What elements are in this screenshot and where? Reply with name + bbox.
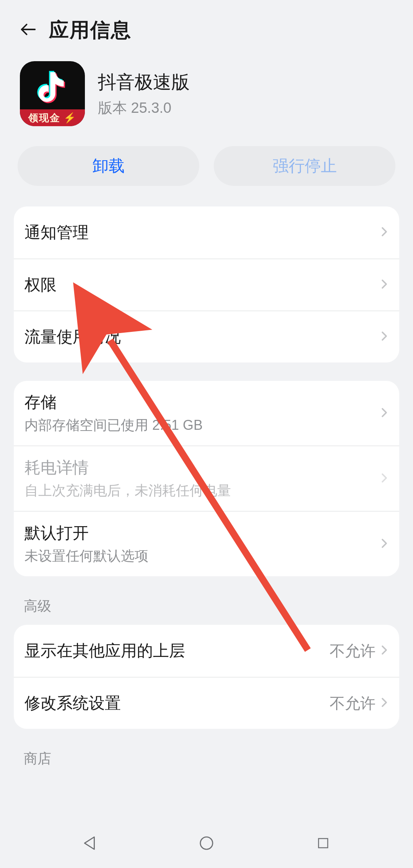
app-name: 抖音极速版 <box>98 70 190 94</box>
row-permissions[interactable]: 权限 <box>14 258 399 310</box>
row-value: 不允许 <box>330 693 376 714</box>
row-subtitle: 未设置任何默认选项 <box>24 547 379 566</box>
row-title: 默认打开 <box>24 522 379 544</box>
row-open-default[interactable]: 默认打开 未设置任何默认选项 <box>14 511 399 576</box>
row-data-usage[interactable]: 流量使用情况 <box>14 310 399 362</box>
chevron-right-icon <box>379 226 390 239</box>
row-title: 存储 <box>24 392 379 413</box>
row-modify-settings[interactable]: 修改系统设置 不允许 <box>14 677 399 729</box>
app-icon: 领现金 ⚡ <box>20 61 85 126</box>
page-title: 应用信息 <box>49 17 132 44</box>
row-title: 耗电详情 <box>24 457 379 478</box>
row-notifications[interactable]: 通知管理 <box>14 206 399 258</box>
row-title: 流量使用情况 <box>24 326 379 348</box>
chevron-right-icon <box>379 644 390 657</box>
nav-home-button[interactable] <box>180 828 233 858</box>
force-stop-button[interactable]: 强行停止 <box>214 146 395 186</box>
row-overlay[interactable]: 显示在其他应用的上层 不允许 <box>14 625 399 677</box>
row-storage[interactable]: 存储 内部存储空间已使用 2.51 GB <box>14 381 399 445</box>
row-title: 权限 <box>24 274 379 296</box>
card-advanced: 显示在其他应用的上层 不允许 修改系统设置 不允许 <box>14 625 399 729</box>
nav-recent-button[interactable] <box>296 828 350 858</box>
section-advanced-label: 高级 <box>24 597 389 616</box>
system-navigation-bar <box>0 818 413 868</box>
back-icon[interactable] <box>18 20 38 41</box>
nav-back-button[interactable] <box>63 828 117 858</box>
svg-marker-2 <box>85 837 94 849</box>
uninstall-button[interactable]: 卸载 <box>18 146 199 186</box>
svg-point-3 <box>200 837 213 849</box>
row-title: 修改系统设置 <box>24 692 330 714</box>
chevron-right-icon <box>379 278 390 291</box>
row-battery[interactable]: 耗电详情 自上次充满电后，未消耗任何电量 <box>14 445 399 511</box>
row-title: 通知管理 <box>24 222 379 243</box>
row-title: 显示在其他应用的上层 <box>24 640 330 662</box>
section-store-label: 商店 <box>24 749 389 768</box>
row-subtitle: 自上次充满电后，未消耗任何电量 <box>24 481 379 500</box>
svg-rect-4 <box>319 839 328 848</box>
chevron-right-icon <box>379 330 390 343</box>
chevron-right-icon <box>379 538 390 551</box>
app-version: 版本 25.3.0 <box>98 98 190 118</box>
card-general: 通知管理 权限 流量使用情况 <box>14 206 399 362</box>
card-storage: 存储 内部存储空间已使用 2.51 GB 耗电详情 自上次充满电后，未消耗任何电… <box>14 381 399 576</box>
app-header: 领现金 ⚡ 抖音极速版 版本 25.3.0 <box>0 57 413 137</box>
bolt-icon: ⚡ <box>63 112 76 124</box>
app-icon-banner-text: 领现金 <box>28 111 60 125</box>
chevron-right-icon <box>379 407 390 420</box>
row-subtitle: 内部存储空间已使用 2.51 GB <box>24 416 379 435</box>
chevron-right-icon <box>379 472 390 485</box>
row-value: 不允许 <box>330 640 376 662</box>
chevron-right-icon <box>379 697 390 710</box>
